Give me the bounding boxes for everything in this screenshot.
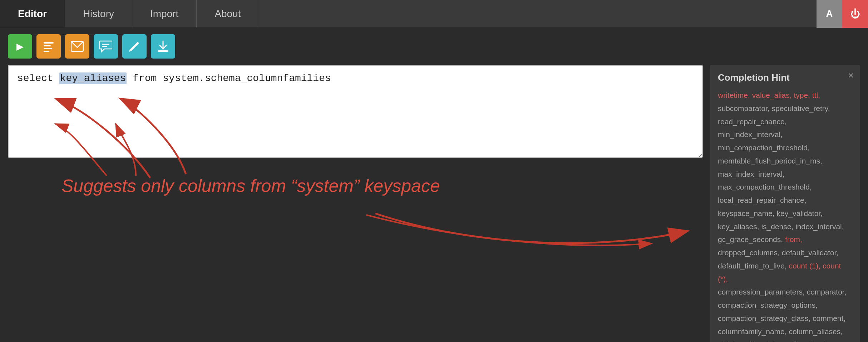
ci-memtable: memtable_flush_period_in_ms, <box>718 157 822 165</box>
ci-from: from, <box>785 235 802 243</box>
power-button[interactable]: ⏻ <box>842 0 868 28</box>
editor-highlighted-word: key_aliases <box>59 72 127 84</box>
nav-right: A ⏻ <box>817 0 868 27</box>
mail-button[interactable] <box>65 34 89 59</box>
ci-writetime: writetime, <box>718 91 750 99</box>
query-editor[interactable]: select key_aliases from system.schema_co… <box>8 65 703 158</box>
tab-editor[interactable]: Editor <box>0 0 65 27</box>
ci-comparator: comparator, <box>807 288 847 296</box>
svg-rect-3 <box>44 51 49 52</box>
ci-column_aliases: column_aliases, <box>789 327 843 336</box>
main-area: select key_aliases from system.schema_co… <box>0 65 868 342</box>
ci-default_validator: default_validator, <box>782 248 839 257</box>
ci-min_compaction_threshold: min_compaction_threshold, <box>718 144 810 152</box>
ci-keyspace_name: keyspace_name, <box>718 209 775 217</box>
download-button[interactable] <box>151 34 175 59</box>
comment-button[interactable] <box>94 34 118 59</box>
ci-cf_id: cf_id, <box>718 340 736 342</box>
svg-rect-7 <box>158 50 168 52</box>
completion-hint-panel: × Completion Hint writetime, value_alias… <box>710 65 860 342</box>
tab-import[interactable]: Import <box>132 0 197 27</box>
font-size-button[interactable]: A <box>817 0 842 28</box>
edit-button[interactable] <box>122 34 147 59</box>
ci-default_time_to_live: default_time_to_live, <box>718 262 787 270</box>
right-panel: × Completion Hint writetime, value_alias… <box>710 65 860 342</box>
annotation-text: Suggests only columns from “system” keys… <box>61 176 440 196</box>
format-button[interactable] <box>36 34 61 59</box>
ci-ttl: ttl, <box>812 91 820 99</box>
ci-max_index_interval: max_index_interval, <box>718 170 785 178</box>
ci-value_alias: value_alias, <box>752 91 792 99</box>
ci-min_index_interval: min_index_interval, <box>718 130 783 139</box>
tab-about[interactable]: About <box>197 0 259 27</box>
ci-key_aliases: key_aliases, <box>718 222 759 231</box>
ci-key_validator: key_validator, <box>777 209 823 217</box>
ci-compression_parameters: compression_parameters, <box>718 288 805 296</box>
ci-type: type, <box>794 91 810 99</box>
completion-items-list: writetime, value_alias, type, ttl, subco… <box>718 89 852 342</box>
tab-history[interactable]: History <box>65 0 132 27</box>
ci-columnfamily_name: columnfamily_name, <box>718 327 787 336</box>
ci-compaction_strategy_options: compaction_strategy_options, <box>718 301 818 309</box>
svg-rect-0 <box>44 42 54 44</box>
ci-comment: comment, <box>813 314 845 322</box>
svg-rect-1 <box>44 45 51 46</box>
ci-count1: count (1), <box>789 262 820 270</box>
run-button[interactable]: ▶ <box>8 34 32 59</box>
ci-caching: caching, <box>738 340 766 342</box>
ci-compaction_strategy_class: compaction_strategy_class, <box>718 314 810 322</box>
ci-dropped_columns: dropped_columns, <box>718 248 780 257</box>
ci-bloom_filter_fp_chance: bloom_filter_fp_chance <box>768 340 845 342</box>
ci-max_compaction_threshold: max_compaction_threshold, <box>718 183 812 191</box>
ci-is_dense: is_dense, <box>761 222 793 231</box>
ci-subcomparator: subcomparator, <box>718 104 770 112</box>
editor-text-prefix: select <box>17 73 59 84</box>
ci-speculative_retry: speculative_retry, <box>772 104 830 112</box>
toolbar: ▶ <box>0 28 868 65</box>
top-nav: Editor History Import About A ⏻ <box>0 0 868 28</box>
completion-title: Completion Hint <box>718 72 852 83</box>
editor-section: select key_aliases from system.schema_co… <box>8 65 703 342</box>
editor-text-suffix: from system.schema_columnfamilies <box>127 73 331 84</box>
ci-read_repair_chance: read_repair_chance, <box>718 117 787 126</box>
ci-index_interval: index_interval, <box>795 222 844 231</box>
close-button[interactable]: × <box>848 70 854 81</box>
ci-local_read_repair_chance: local_read_repair_chance, <box>718 196 807 204</box>
ci-gc_grace_seconds: gc_grace_seconds, <box>718 235 783 243</box>
svg-rect-2 <box>44 48 52 49</box>
